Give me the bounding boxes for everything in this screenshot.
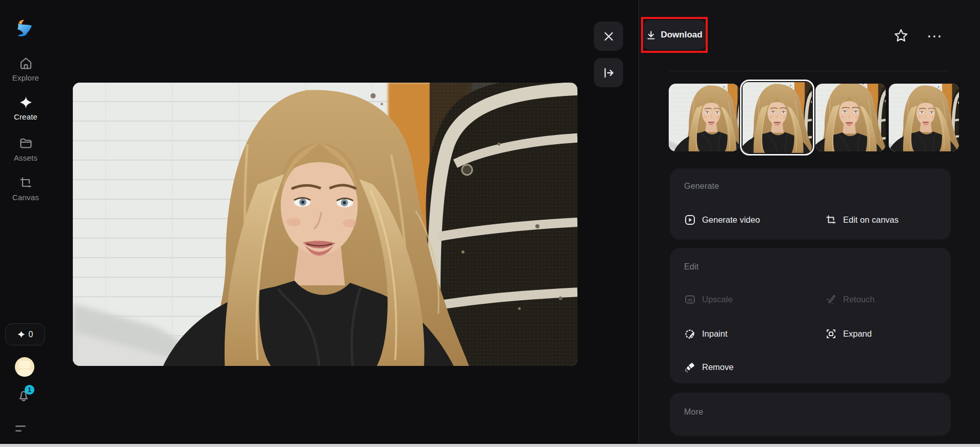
star-icon [893,28,909,44]
section-title: Generate [684,182,719,191]
actions-panel: Download Generate [639,0,980,447]
sidebar-item-label: Explore [12,73,39,82]
sidebar-item-canvas[interactable]: Canvas [0,176,51,202]
overflow-menu-button[interactable] [924,28,945,45]
credits-count: 0 [29,330,33,339]
window-bottom-edge [0,444,980,447]
menu-lines-icon[interactable] [15,425,28,433]
arrow-from-bar-icon [603,67,615,79]
sidebar-item-explore[interactable]: Explore [0,56,51,83]
hd-icon: HD [685,294,695,305]
eraser-icon [685,362,695,373]
app-logo-icon[interactable] [13,18,35,40]
ellipsis-icon [928,35,930,37]
edit-section: Edit HD Upscale Retouch [670,248,951,383]
generated-image [73,83,577,366]
close-button[interactable] [594,22,623,51]
section-title: More [684,407,703,417]
sidebar: Explore Create Assets Canvas [0,0,51,447]
inpaint-brush-icon [685,328,695,339]
sidebar-item-label: Canvas [12,193,39,202]
expand-item[interactable]: Expand [826,327,872,340]
credit-star-icon [17,331,25,338]
inpaint-item[interactable]: Inpaint [685,327,728,340]
retouch-pen-icon [826,294,836,305]
download-button[interactable]: Download [644,20,705,50]
thumbnail-3[interactable] [815,84,886,151]
home-icon [19,56,33,70]
more-section[interactable]: More [670,393,951,436]
sidebar-item-assets[interactable]: Assets [0,137,51,163]
generate-video-item[interactable]: Generate video [685,213,760,226]
sidebar-item-label: Create [14,112,37,121]
remove-item[interactable]: Remove [685,360,733,374]
expand-icon [826,328,836,339]
favorite-button[interactable] [892,28,910,45]
thumbnail-4[interactable] [889,84,959,151]
generate-section: Generate Generate video Edit on canvas [670,168,951,240]
section-divider [669,71,949,71]
thumbnail-1[interactable] [669,84,739,151]
edit-on-canvas-item[interactable]: Edit on canvas [826,213,898,226]
notification-count-badge: 1 [25,385,34,395]
thumbnail-2-selected[interactable] [740,80,814,156]
section-title: Edit [684,262,698,271]
close-icon [603,31,614,42]
credits-badge[interactable]: 0 [5,323,45,345]
sidebar-item-label: Assets [14,153,37,162]
folder-icon [19,137,33,150]
download-icon [646,30,656,40]
avatar-silhouette [19,361,30,368]
retouch-item[interactable]: Retouch [826,293,874,306]
collapse-panel-button[interactable] [594,58,623,87]
notifications-bell-icon[interactable]: 1 [16,388,33,405]
canvas-frame-icon [826,215,836,225]
avatar[interactable] [15,357,34,377]
video-icon [685,215,695,225]
upscale-item[interactable]: HD Upscale [685,293,733,306]
app-window: Explore Create Assets Canvas [0,0,980,447]
canvas-frame-icon [19,176,33,190]
download-label: Download [661,30,702,40]
svg-text:HD: HD [688,298,693,301]
sidebar-item-create[interactable]: Create [0,95,51,122]
sparkle-icon [19,95,33,109]
